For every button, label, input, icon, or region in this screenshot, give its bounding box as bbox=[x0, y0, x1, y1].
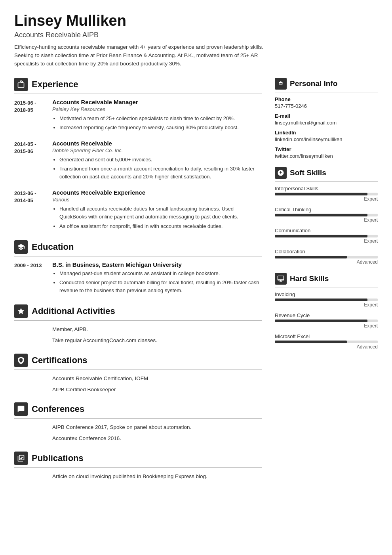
activity-entry-1: Member, AIPB. bbox=[52, 325, 262, 333]
conferences-title: Conferences bbox=[32, 404, 84, 414]
publications-header: Publications bbox=[14, 452, 262, 468]
hard-skills-icon bbox=[275, 273, 287, 285]
conference-entry-2: Accountex Conference 2016. bbox=[52, 434, 262, 442]
skill-bar-interpersonal-bg bbox=[275, 193, 378, 195]
publications-section: Publications Article on cloud invoicing … bbox=[14, 452, 262, 480]
skill-invoicing: Invoicing Expert bbox=[275, 291, 378, 308]
conferences-header: Conferences bbox=[14, 402, 262, 419]
soft-skills-title: Soft Skills bbox=[290, 168, 326, 177]
skill-collaboration: Collaboration Advanced bbox=[275, 249, 378, 265]
candidate-title: Accounts Receivable AIPB bbox=[14, 31, 378, 39]
cert-entry-1: Accounts Receivable Certification, IOFM bbox=[52, 375, 262, 383]
experience-title: Experience bbox=[32, 79, 78, 90]
hard-skills-section: Hard Skills Invoicing Expert Revenue Cyc… bbox=[275, 273, 378, 350]
exp-title-2: Accounts Receivable bbox=[52, 140, 262, 147]
skill-bar-invoicing-fill bbox=[275, 299, 367, 301]
conferences-section: Conferences AIPB Conference 2017, Spoke … bbox=[14, 402, 262, 443]
exp-company-2: Dobbie Speering Fiber Co. Inc. bbox=[52, 147, 262, 153]
exp-title-1: Accounts Receivable Manager bbox=[52, 99, 262, 105]
candidate-name: Linsey Mulliken bbox=[14, 13, 378, 29]
experience-section: Experience 2015-06 - 2018-05 Accounts Re… bbox=[14, 78, 262, 232]
skill-microsoft-excel: Microsoft Excel Advanced bbox=[275, 333, 378, 350]
skill-bar-revenue-bg bbox=[275, 320, 378, 322]
additional-activities-section: Additional Activities Member, AIPB. Take… bbox=[14, 304, 262, 345]
cert-entry-2: AIPB Certified Bookkeeper bbox=[52, 386, 262, 394]
exp-bullets-1: Motivated a team of 25+ collection speci… bbox=[52, 115, 262, 132]
exp-bullet-2-2: Transitioned from once-a-month account r… bbox=[59, 165, 262, 181]
soft-skills-header: Soft Skills bbox=[275, 167, 378, 182]
experience-entry-3: 2013-06 - 2014-05 Accounts Receivable Ex… bbox=[14, 189, 262, 231]
edu-bullet-1-2: Conducted senior project to automate bil… bbox=[59, 279, 262, 295]
personal-info-title: Personal Info bbox=[290, 79, 337, 88]
resume-header: Linsey Mulliken Accounts Receivable AIPB… bbox=[14, 13, 378, 68]
exp-bullets-2: Generated and sent out 5,000+ invoices. … bbox=[52, 156, 262, 181]
certifications-header: Certifications bbox=[14, 354, 262, 370]
exp-bullet-2-1: Generated and sent out 5,000+ invoices. bbox=[59, 156, 262, 164]
exp-content-3: Accounts Receivable Experience Various H… bbox=[52, 189, 262, 231]
experience-icon bbox=[14, 78, 28, 91]
exp-bullet-1-2: Increased reporting cycle frequency to w… bbox=[59, 124, 262, 132]
exp-bullet-1-1: Motivated a team of 25+ collection speci… bbox=[59, 115, 262, 122]
experience-entry-2: 2014-05 - 2015-06 Accounts Receivable Do… bbox=[14, 140, 262, 182]
exp-dates-1: 2015-06 - 2018-05 bbox=[14, 99, 46, 133]
hard-skills-header: Hard Skills bbox=[275, 273, 378, 287]
edu-bullet-1-1: Managed past-due student accounts as ass… bbox=[59, 270, 262, 278]
edu-entry-1: 2009 - 2013 B.S. in Business, Eastern Mi… bbox=[14, 261, 262, 296]
hard-skills-title: Hard Skills bbox=[290, 274, 329, 283]
skill-revenue-cycle: Revenue Cycle Expert bbox=[275, 312, 378, 329]
skill-bar-collaboration-fill bbox=[275, 256, 347, 258]
additional-activities-title: Additional Activities bbox=[32, 306, 115, 316]
exp-bullet-3-1: Handled all accounts receivable duties f… bbox=[59, 205, 262, 221]
skill-bar-invoicing-bg bbox=[275, 299, 378, 301]
skill-critical-thinking: Critical Thinking Expert bbox=[275, 207, 378, 223]
skill-bar-communication-bg bbox=[275, 235, 378, 237]
exp-content-2: Accounts Receivable Dobbie Speering Fibe… bbox=[52, 140, 262, 182]
exp-content-1: Accounts Receivable Manager Paisley Key … bbox=[52, 99, 262, 133]
skill-bar-excel-fill bbox=[275, 341, 347, 343]
conferences-icon bbox=[14, 402, 28, 416]
resume-wrapper: Linsey Mulliken Accounts Receivable AIPB… bbox=[0, 0, 392, 502]
edu-title-1: B.S. in Business, Eastern Michigan Unive… bbox=[52, 261, 262, 268]
publications-title: Publications bbox=[32, 453, 84, 463]
personal-info-fields: Phone 517-775-0246 E-mail linsey.mullike… bbox=[275, 96, 378, 159]
personal-info-header: Personal Info bbox=[275, 78, 378, 92]
exp-bullet-3-2: As office assistant for nonprofit, fille… bbox=[59, 222, 262, 230]
education-section: Education 2009 - 2013 B.S. in Business, … bbox=[14, 240, 262, 296]
info-phone: Phone 517-775-0246 bbox=[275, 96, 378, 109]
certifications-title: Certifications bbox=[32, 355, 88, 366]
info-linkedin: LinkedIn linkedin.com/in/linseymulliken bbox=[275, 130, 378, 142]
skill-bar-critical-fill bbox=[275, 214, 367, 216]
skill-bar-communication-fill bbox=[275, 235, 367, 237]
additional-activities-icon bbox=[14, 304, 28, 318]
skill-bar-collaboration-bg bbox=[275, 256, 378, 258]
exp-company-3: Various bbox=[52, 197, 262, 203]
personal-info-icon bbox=[275, 78, 287, 90]
publications-icon bbox=[14, 452, 28, 465]
exp-bullets-3: Handled all accounts receivable duties f… bbox=[52, 205, 262, 230]
exp-title-3: Accounts Receivable Experience bbox=[52, 189, 262, 196]
certifications-section: Certifications Accounts Receivable Certi… bbox=[14, 354, 262, 394]
soft-skills-icon bbox=[275, 167, 287, 179]
skill-bar-critical-bg bbox=[275, 214, 378, 216]
exp-dates-3: 2013-06 - 2014-05 bbox=[14, 189, 46, 231]
main-columns: Experience 2015-06 - 2018-05 Accounts Re… bbox=[14, 78, 378, 489]
additional-activities-header: Additional Activities bbox=[14, 304, 262, 321]
info-email: E-mail linsey.mulliken@gmail.com bbox=[275, 113, 378, 126]
education-header: Education bbox=[14, 240, 262, 256]
activity-entry-2: Take regular AccountingCoach.com classes… bbox=[52, 337, 262, 344]
education-title: Education bbox=[32, 242, 74, 252]
experience-header: Experience bbox=[14, 78, 262, 94]
skill-communication: Communication Expert bbox=[275, 228, 378, 244]
education-icon bbox=[14, 240, 28, 254]
candidate-summary: Efficiency-hunting accounts receivable m… bbox=[14, 43, 276, 68]
certifications-icon bbox=[14, 354, 28, 367]
publication-entry-1: Article on cloud invoicing published in … bbox=[52, 473, 262, 480]
soft-skills-section: Soft Skills Interpersonal Skills Expert … bbox=[275, 167, 378, 265]
edu-bullets-1: Managed past-due student accounts as ass… bbox=[52, 270, 262, 295]
skill-bar-revenue-fill bbox=[275, 320, 367, 322]
experience-entry-1: 2015-06 - 2018-05 Accounts Receivable Ma… bbox=[14, 99, 262, 133]
info-twitter: Twitter twitter.com/linseymulliken bbox=[275, 146, 378, 159]
exp-company-1: Paisley Key Resources bbox=[52, 106, 262, 112]
left-column: Experience 2015-06 - 2018-05 Accounts Re… bbox=[14, 78, 262, 489]
skill-interpersonal: Interpersonal Skills Expert bbox=[275, 186, 378, 202]
